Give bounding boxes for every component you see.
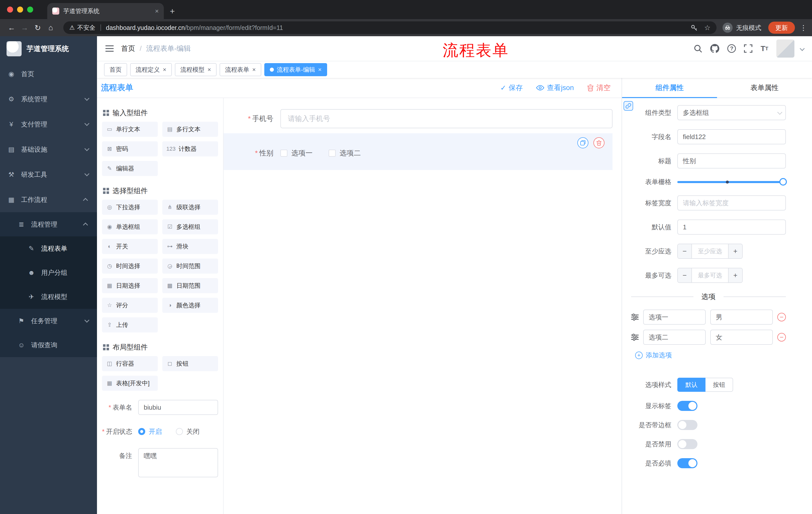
sidebar-item-system[interactable]: ⚙系统管理: [0, 86, 97, 112]
reload-icon[interactable]: ↻: [31, 23, 44, 32]
browser-menu-icon[interactable]: ⋮: [800, 24, 807, 32]
hamburger-icon[interactable]: [97, 45, 121, 53]
max-select-value[interactable]: 最多可选: [692, 268, 728, 282]
option-value-input[interactable]: [710, 330, 773, 345]
label-width-input[interactable]: [677, 195, 786, 211]
form-name-input[interactable]: [138, 400, 218, 415]
toggle-disabled[interactable]: [677, 439, 697, 449]
palette-item-upload[interactable]: ⇪上传: [102, 317, 158, 332]
status-off-radio[interactable]: 关闭: [176, 427, 200, 436]
font-size-icon[interactable]: TT: [760, 44, 768, 53]
minimize-window-button[interactable]: [17, 6, 23, 12]
gender-option-2[interactable]: 选项二: [329, 148, 361, 158]
increase-button[interactable]: +: [728, 244, 742, 258]
sidebar-item-process-form[interactable]: ✎流程表单: [0, 236, 97, 261]
palette-item-cascader[interactable]: ⋔级联选择: [162, 200, 218, 215]
decrease-button[interactable]: −: [678, 244, 692, 258]
sidebar-item-user-group[interactable]: ☻用户分组: [0, 261, 97, 285]
remove-option-icon[interactable]: −: [777, 333, 786, 342]
chevron-down-icon[interactable]: [800, 46, 805, 51]
sidebar-item-leave-query[interactable]: ☺请假查询: [0, 333, 97, 357]
key-icon[interactable]: [690, 24, 699, 31]
tag-process-form-edit[interactable]: 流程表单-编辑×: [264, 63, 327, 76]
status-on-radio[interactable]: 开启: [138, 427, 162, 436]
palette-item-slider[interactable]: ⊶滑块: [162, 239, 218, 254]
option-label-input[interactable]: [643, 309, 706, 325]
sidebar-item-home[interactable]: ◉首页: [0, 61, 97, 86]
tag-process-model[interactable]: 流程模型×: [175, 63, 216, 76]
url-text[interactable]: dashboard.yudao.iocoder.cn/bpm/manager/f…: [106, 24, 690, 31]
close-icon[interactable]: ×: [252, 66, 256, 73]
style-default-button[interactable]: 默认: [677, 378, 705, 392]
palette-item-checkbox-group[interactable]: ☑多选框组: [162, 219, 218, 234]
palette-item-multi-line-text[interactable]: ▤多行文本: [162, 122, 218, 137]
security-label[interactable]: 不安全: [77, 24, 95, 32]
default-value-input[interactable]: [677, 219, 786, 235]
forward-icon[interactable]: →: [18, 23, 31, 32]
save-button[interactable]: ✓ 保存: [500, 83, 523, 92]
avatar[interactable]: [776, 39, 794, 58]
palette-item-row-container[interactable]: ◫行容器: [102, 356, 158, 371]
increase-button[interactable]: +: [728, 268, 742, 282]
home-icon[interactable]: ⌂: [44, 23, 57, 32]
sidebar-item-process-model[interactable]: ✈流程模型: [0, 285, 97, 309]
tag-process-form[interactable]: 流程表单×: [220, 63, 261, 76]
tab-form-props[interactable]: 表单属性: [717, 78, 812, 98]
app-logo[interactable]: 芋道管理系统: [0, 36, 97, 61]
palette-item-button[interactable]: ◻按钮: [162, 356, 218, 371]
palette-item-dropdown[interactable]: ◎下拉选择: [102, 200, 158, 215]
update-button[interactable]: 更新: [768, 22, 795, 34]
tag-home[interactable]: 首页: [104, 63, 127, 76]
add-option-button[interactable]: + 添加选项: [635, 351, 786, 360]
close-window-button[interactable]: [7, 6, 13, 12]
sidebar-item-payment[interactable]: ¥支付管理: [0, 112, 97, 137]
sidebar-item-process-management[interactable]: ≣流程管理: [0, 212, 97, 236]
remark-textarea[interactable]: 嘿嘿: [138, 448, 218, 477]
help-icon[interactable]: ?: [727, 44, 736, 53]
sidebar-item-infrastructure[interactable]: ▤基础设施: [0, 137, 97, 162]
address-bar[interactable]: ⚠ 不安全 dashboard.yudao.iocoder.cn/bpm/man…: [63, 21, 717, 34]
sidebar-item-task-management[interactable]: ⚑任务管理: [0, 309, 97, 333]
link-icon[interactable]: [624, 101, 633, 111]
palette-item-table[interactable]: ▦表格[开发中]: [102, 376, 158, 391]
gender-field-row[interactable]: *性别 选项一选项二: [224, 148, 606, 158]
palette-item-counter[interactable]: 123计数器: [162, 141, 218, 156]
fullscreen-icon[interactable]: [744, 44, 752, 53]
drag-handle-icon[interactable]: [631, 333, 639, 341]
title-input[interactable]: [677, 154, 786, 168]
close-icon[interactable]: ×: [207, 66, 211, 73]
copy-component-button[interactable]: [577, 137, 588, 148]
palette-item-password[interactable]: ⊠密码: [102, 141, 158, 156]
gender-option-1[interactable]: 选项一: [280, 148, 313, 158]
browser-tab[interactable]: 芋道管理系统 ×: [47, 3, 164, 19]
component-type-select[interactable]: 多选框组: [677, 105, 786, 120]
palette-item-time-range[interactable]: ◶时间范围: [162, 259, 218, 274]
palette-item-radio-group[interactable]: ◉单选框组: [102, 219, 158, 234]
palette-item-time-picker[interactable]: ◷时间选择: [102, 259, 158, 274]
palette-item-date-range[interactable]: ▩日期范围: [162, 278, 218, 293]
toggle-bordered[interactable]: [677, 420, 697, 430]
breadcrumb-home[interactable]: 首页: [121, 44, 135, 53]
phone-input[interactable]: [280, 109, 612, 128]
phone-field-row[interactable]: *手机号: [224, 109, 612, 128]
form-canvas[interactable]: *手机号 *性别: [224, 98, 621, 514]
slider-handle[interactable]: [779, 178, 787, 186]
palette-item-date-picker[interactable]: ▦日期选择: [102, 278, 158, 293]
form-grid-slider[interactable]: [677, 181, 783, 183]
back-icon[interactable]: ←: [5, 23, 18, 32]
selected-component-gender[interactable]: *性别 选项一选项二: [224, 133, 612, 170]
tab-component-props[interactable]: 组件属性: [622, 78, 717, 98]
checkbox-icon[interactable]: [329, 150, 336, 157]
option-value-input[interactable]: [710, 309, 773, 325]
close-icon[interactable]: ×: [163, 66, 166, 73]
palette-item-rate[interactable]: ☆评分: [102, 298, 158, 313]
search-icon[interactable]: [694, 44, 702, 53]
palette-item-editor[interactable]: ✎编辑器: [102, 161, 158, 176]
delete-component-button[interactable]: [593, 137, 605, 148]
new-tab-button[interactable]: +: [170, 3, 175, 19]
sidebar-item-workflow[interactable]: ▦工作流程: [0, 187, 97, 212]
style-button-button[interactable]: 按钮: [705, 378, 733, 392]
palette-item-single-line-text[interactable]: ▭单行文本: [102, 122, 158, 137]
option-label-input[interactable]: [643, 330, 706, 345]
tag-process-definition[interactable]: 流程定义×: [130, 63, 172, 76]
